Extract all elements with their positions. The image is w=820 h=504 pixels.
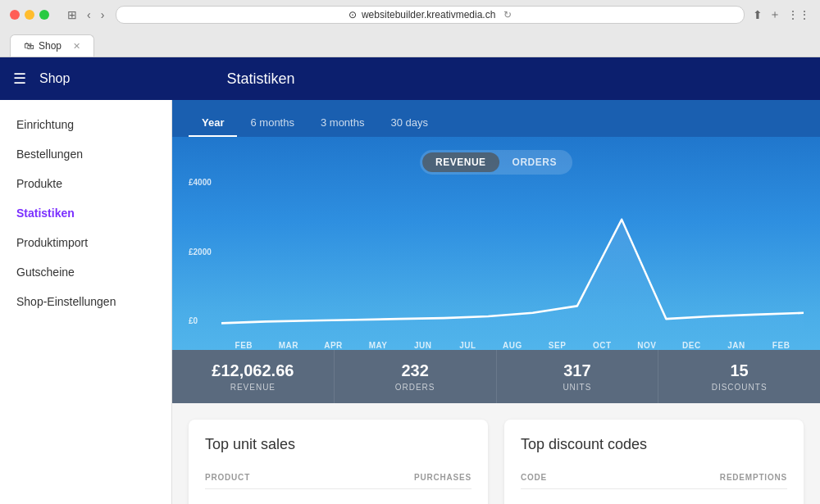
sidebar-item-shop-einstellungen[interactable]: Shop-Einstellungen: [0, 287, 171, 316]
discounts-title: Top discount codes: [521, 436, 787, 453]
x-label-sep: SEP: [535, 341, 580, 350]
unit-sales-header: PRODUCT PURCHASES: [205, 466, 472, 489]
address-bar[interactable]: ⊙ websitebuilder.kreativmedia.ch ↻: [116, 6, 745, 24]
sidebar-item-produkte[interactable]: Produkte: [0, 169, 171, 198]
x-label-apr: APR: [311, 341, 356, 350]
stat-discounts-value: 15: [667, 361, 812, 380]
x-label-feb1: FEB: [221, 341, 266, 350]
y-axis-labels: £4000 £2000 £0: [189, 178, 221, 334]
stat-orders: 232 ORDERS: [335, 350, 497, 403]
tab-30days[interactable]: 30 days: [377, 110, 441, 137]
col-code: CODE: [521, 473, 547, 482]
revenue-toggle-btn[interactable]: REVENUE: [422, 152, 499, 172]
forward-btn[interactable]: ›: [98, 7, 108, 23]
security-icon: ⊙: [348, 9, 357, 20]
y-label-4000: £4000: [189, 178, 221, 187]
col-redemptions: REDEMPTIONS: [720, 473, 787, 482]
tab-3months[interactable]: 3 months: [308, 110, 377, 137]
refresh-icon: ↻: [503, 9, 512, 20]
discounts-header: CODE REDEMPTIONS: [521, 466, 787, 489]
url-text: websitebuilder.kreativmedia.ch: [362, 9, 495, 20]
tab-6months[interactable]: 6 months: [237, 110, 307, 137]
share-icon[interactable]: ⬆: [753, 8, 763, 21]
sidebar-item-einrichtung[interactable]: Einrichtung: [0, 110, 171, 139]
browser-actions: ⬆ ＋ ⋮⋮: [753, 7, 810, 22]
bottom-sections: Top unit sales PRODUCT PURCHASES: [172, 403, 820, 504]
sidebar-item-produktimport[interactable]: Produktimport: [0, 228, 171, 257]
app-body: Einrichtung Bestellungen Produkte Statis…: [0, 100, 820, 504]
stat-revenue-value: £12,062.66: [180, 361, 326, 380]
chart-inner: REVENUE ORDERS £4000 £2000 £0: [172, 137, 820, 350]
stat-revenue-label: REVENUE: [180, 383, 326, 392]
x-label-aug: AUG: [490, 341, 535, 350]
stats-bar: £12,062.66 REVENUE 232 ORDERS 317 UNITS …: [172, 350, 820, 403]
window-controls: [10, 10, 49, 20]
chart-toggle: REVENUE ORDERS: [420, 150, 572, 175]
stat-discounts-label: DISCOUNTS: [667, 383, 812, 392]
app-header: ☰ Shop Statistiken: [0, 57, 820, 100]
stat-discounts: 15 DISCOUNTS: [658, 350, 820, 403]
stat-units-value: 317: [505, 361, 650, 380]
x-label-jan: JAN: [714, 341, 759, 350]
col-purchases: PURCHASES: [414, 473, 472, 482]
stat-units-label: UNITS: [505, 383, 650, 392]
browser-tabs: 🛍 Shop ✕: [0, 30, 820, 57]
x-label-jul: JUL: [445, 341, 490, 350]
x-label-mar: MAR: [266, 341, 312, 350]
new-tab-icon[interactable]: ＋: [769, 7, 781, 22]
tab-favicon: 🛍: [24, 40, 34, 52]
chart-tabs: Year 6 months 3 months 30 days: [172, 100, 820, 137]
browser-chrome: ⊞ ‹ › ⊙ websitebuilder.kreativmedia.ch ↻…: [0, 0, 820, 57]
grid-icon[interactable]: ⋮⋮: [787, 8, 810, 21]
sidebar-toggle-btn[interactable]: ⊞: [64, 7, 80, 23]
x-label-dec: DEC: [669, 341, 714, 350]
table-row: Kitty Café Voucher 47: [205, 496, 472, 504]
revenue-chart: [221, 176, 804, 332]
discount-row: BLACKFRIDAY23 DELETED 5: [521, 496, 787, 504]
stat-revenue: £12,062.66 REVENUE: [172, 350, 335, 403]
sidebar: Einrichtung Bestellungen Produkte Statis…: [0, 100, 172, 504]
nav-buttons: ⊞ ‹ ›: [64, 7, 107, 23]
tab-label: Shop: [39, 40, 61, 52]
chart-section: Year 6 months 3 months 30 days REVENUE O…: [172, 100, 820, 403]
x-label-may: MAY: [356, 341, 401, 350]
stat-orders-value: 232: [343, 361, 488, 380]
minimize-btn[interactable]: [25, 10, 34, 20]
shop-label: Shop: [39, 71, 70, 86]
close-btn[interactable]: [10, 10, 20, 20]
y-label-0: £0: [189, 316, 221, 325]
tab-close-icon[interactable]: ✕: [73, 41, 80, 52]
x-label-jun: JUN: [400, 341, 445, 350]
top-unit-sales-card: Top unit sales PRODUCT PURCHASES: [189, 420, 488, 504]
stat-units: 317 UNITS: [497, 350, 659, 403]
col-product: PRODUCT: [205, 473, 250, 482]
unit-sales-title: Top unit sales: [205, 436, 472, 453]
sidebar-item-bestellungen[interactable]: Bestellungen: [0, 139, 171, 169]
chart-svg-container: [221, 176, 804, 332]
active-tab[interactable]: 🛍 Shop ✕: [10, 34, 94, 57]
top-discounts-card: Top discount codes CODE REDEMPTIONS: [504, 420, 804, 504]
maximize-btn[interactable]: [39, 10, 49, 20]
back-btn[interactable]: ‹: [84, 7, 94, 23]
main-content: Year 6 months 3 months 30 days REVENUE O…: [172, 100, 820, 504]
x-label-feb2: FEB: [758, 341, 804, 350]
orders-toggle-btn[interactable]: ORDERS: [499, 152, 570, 172]
sidebar-item-statistiken[interactable]: Statistiken: [0, 198, 171, 228]
y-label-2000: £2000: [189, 247, 221, 257]
x-label-nov: NOV: [624, 341, 669, 350]
hamburger-icon[interactable]: ☰: [13, 70, 26, 88]
sidebar-item-gutscheine[interactable]: Gutscheine: [0, 257, 171, 287]
stat-orders-label: ORDERS: [343, 383, 488, 392]
x-axis-labels: FEB MAR APR MAY JUN JUL AUG SEP OCT NOV …: [221, 341, 804, 350]
x-label-oct: OCT: [580, 341, 625, 350]
page-title: Statistiken: [83, 70, 438, 88]
tab-year[interactable]: Year: [189, 110, 237, 137]
app-wrapper: ☰ Shop Statistiken Einrichtung Bestellun…: [0, 57, 820, 504]
